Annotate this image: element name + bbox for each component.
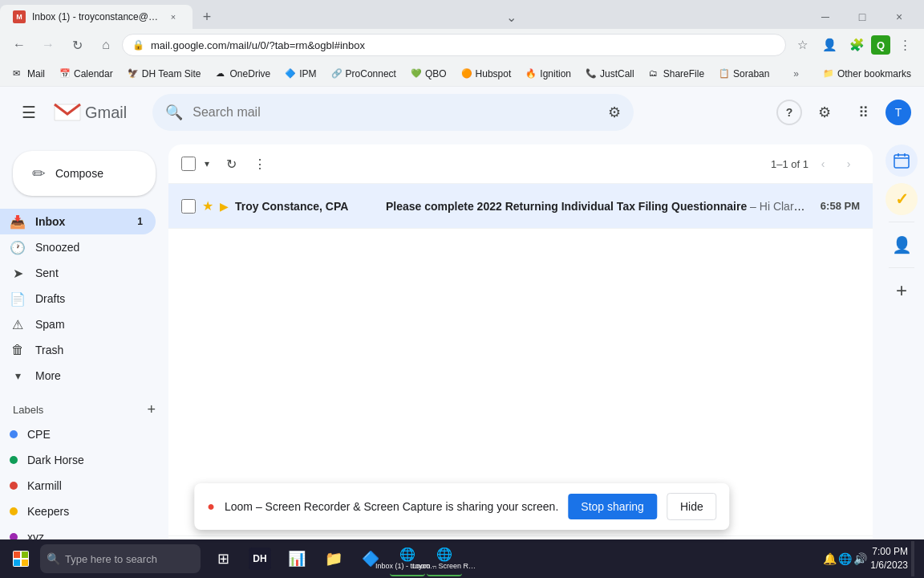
reload-button[interactable]: ↻ [64, 32, 90, 58]
inbox-icon: 📥 [10, 214, 26, 230]
help-button[interactable]: ? [776, 100, 802, 125]
table-row[interactable]: ★ ▶ Troy Constance, CPA Please complete … [168, 184, 873, 229]
bookmark-proconnect[interactable]: 🔗 ProConnect [325, 65, 403, 83]
app-shortcut-5[interactable]: 🔷 [353, 541, 388, 576]
sidebar-item-trash[interactable]: 🗑 Trash [0, 337, 156, 363]
chrome-gmail-taskbar[interactable]: 🌐 Inbox (1) - troycons... [390, 541, 425, 576]
label-item-keepers[interactable]: Keepers [0, 499, 156, 524]
other-bookmarks[interactable]: 📁 Other bookmarks [817, 65, 918, 83]
label-item-karmill[interactable]: Karmill [0, 473, 156, 499]
menu-button[interactable]: ☰ [13, 96, 45, 128]
bookmark-soraban[interactable]: 📋 Soraban [712, 65, 776, 83]
bookmark-onedrive[interactable]: ☁ OneDrive [209, 65, 278, 83]
chrome-loom-taskbar[interactable]: 🌐 Loom – Screen Rec... [427, 541, 462, 576]
labels-heading: Labels [13, 404, 43, 416]
home-button[interactable]: ⌂ [93, 32, 119, 58]
address-bar[interactable]: 🔒 mail.google.com/mail/u/0/?tab=rm&ogbl#… [122, 34, 786, 56]
star-icon[interactable]: ★ [202, 198, 213, 214]
bookmark-hubspot[interactable]: 🟠 Hubspot [455, 65, 518, 83]
email-checkbox[interactable] [181, 199, 196, 214]
refresh-button[interactable]: ↻ [218, 151, 244, 177]
tab-title: Inbox (1) - troyconstance@gmai... [32, 11, 160, 22]
profile-sync-icon[interactable]: 👤 [817, 32, 842, 58]
bookmark-dh-team-site[interactable]: 🦅 DH Team Site [121, 65, 208, 83]
clock-display[interactable]: 7:00 PM 1/6/2023 [870, 545, 908, 572]
label-item-dark-horse[interactable]: Dark Horse [0, 447, 156, 473]
stop-sharing-button[interactable]: Stop sharing [568, 494, 657, 519]
important-icon[interactable]: ▶ [220, 200, 229, 213]
bookmark-justcall-label: JustCall [600, 68, 634, 79]
taskbar: 🔍 Type here to search ⊞ DH 📊 📁 🔷 🌐 Inbox… [0, 539, 924, 578]
header-left: ☰ Gmail [13, 96, 127, 128]
start-button[interactable] [3, 541, 38, 576]
select-dropdown-button[interactable]: ▾ [199, 151, 215, 177]
bookmark-ignition[interactable]: 🔥 Ignition [519, 65, 578, 83]
search-input[interactable] [192, 105, 598, 120]
bookmarks-overflow-button[interactable]: » [788, 65, 804, 83]
prev-page-button[interactable]: ‹ [812, 153, 834, 175]
compose-label: Compose [55, 167, 103, 180]
minimize-button[interactable]: ─ [807, 5, 844, 29]
add-label-button[interactable]: + [147, 401, 156, 418]
next-page-button[interactable]: › [837, 153, 860, 175]
bookmark-calendar[interactable]: 📅 Calendar [53, 65, 120, 83]
label-item-cpe[interactable]: CPE [0, 421, 156, 447]
bookmark-mail-icon: ✉ [13, 68, 24, 79]
new-tab-button[interactable]: + [196, 6, 218, 28]
task-view-button[interactable]: ⊞ [205, 541, 241, 576]
chrome-settings-icon[interactable]: ⋮ [892, 32, 918, 58]
network-icon[interactable]: 🌐 [838, 552, 852, 565]
hide-button[interactable]: Hide [667, 493, 717, 520]
maximize-button[interactable]: □ [844, 5, 881, 29]
close-button[interactable]: × [881, 5, 918, 29]
add-app-button[interactable]: + [886, 275, 918, 307]
more-options-button[interactable]: ⋮ [247, 151, 273, 177]
back-button[interactable]: ← [6, 32, 32, 58]
extension-puzzle-icon[interactable]: 🧩 [844, 32, 869, 58]
right-calendar-icon[interactable] [886, 144, 918, 177]
compose-button[interactable]: ✏ Compose [13, 151, 156, 196]
search-filter-icon[interactable]: ⚙ [608, 104, 621, 121]
bookmark-qbo[interactable]: 💚 QBO [404, 65, 453, 83]
label-karmill-text: Karmill [27, 479, 62, 492]
taskbar-search[interactable]: 🔍 Type here to search [40, 544, 201, 573]
search-bar[interactable]: 🔍 ⚙ [152, 94, 634, 131]
sidebar-item-more[interactable]: ▾ More [0, 363, 156, 389]
volume-icon[interactable]: 🔊 [853, 552, 867, 565]
sidebar-item-snoozed[interactable]: 🕐 Snoozed [0, 234, 156, 260]
other-bookmarks-label: Other bookmarks [837, 68, 911, 79]
right-tasks-icon[interactable]: ✓ [886, 183, 918, 215]
tab-close-icon[interactable]: × [167, 10, 180, 23]
bookmark-sharefile[interactable]: 🗂 ShareFile [642, 65, 711, 83]
bookmark-ipm[interactable]: 🔷 IPM [278, 65, 322, 83]
spam-icon: ⚠ [10, 316, 26, 332]
right-divider-2 [889, 267, 914, 268]
avatar[interactable]: T [886, 100, 911, 125]
notifications-icon[interactable]: 🔔 [823, 552, 837, 565]
bookmark-justcall-icon: 📞 [586, 68, 597, 79]
right-contacts-icon[interactable]: 👤 [886, 229, 918, 261]
select-all-checkbox[interactable] [181, 157, 196, 171]
sidebar-item-inbox[interactable]: 📥 Inbox 1 [0, 209, 156, 234]
browser-frame: M Inbox (1) - troyconstance@gmai... × + … [0, 0, 924, 87]
bookmark-icon[interactable]: ☆ [789, 32, 815, 58]
sidebar-more-label: More [35, 369, 61, 382]
screen-share-message: Loom – Screen Recorder & Screen Capture … [225, 500, 558, 513]
dark-horse-taskbar-app[interactable]: DH [242, 541, 278, 576]
sidebar-item-sent[interactable]: ➤ Sent [0, 260, 156, 286]
sidebar-item-spam[interactable]: ⚠ Spam [0, 311, 156, 337]
qbo-extension-icon[interactable]: Q [871, 35, 890, 55]
forward-button[interactable]: → [35, 32, 61, 58]
file-explorer-app[interactable]: 📁 [316, 541, 351, 576]
tab-bar: M Inbox (1) - troyconstance@gmai... × + … [0, 0, 924, 29]
task-manager-app[interactable]: 📊 [279, 541, 314, 576]
apps-button[interactable]: ⠿ [847, 96, 879, 128]
sidebar-item-drafts[interactable]: 📄 Drafts [0, 286, 156, 311]
active-tab[interactable]: M Inbox (1) - troyconstance@gmai... × [0, 5, 192, 29]
settings-button[interactable]: ⚙ [808, 96, 841, 128]
bookmark-justcall[interactable]: 📞 JustCall [579, 65, 641, 83]
bookmark-proconnect-icon: 🔗 [331, 68, 342, 79]
show-desktop-button[interactable] [911, 541, 914, 576]
bookmark-mail[interactable]: ✉ Mail [6, 65, 51, 83]
tab-overflow-button[interactable]: ⌄ [505, 10, 521, 25]
